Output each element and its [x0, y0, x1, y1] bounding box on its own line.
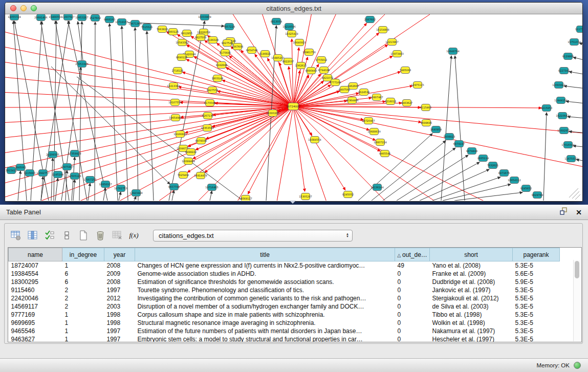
table-cell[interactable]: Tourette syndrome. Phenomenology and cla…: [135, 286, 395, 294]
network-node[interactable]: 9465546: [379, 150, 390, 157]
network-node[interactable]: 10654112: [508, 177, 520, 184]
network-node[interactable]: 10719155: [115, 19, 128, 26]
table-cell[interactable]: 0: [395, 327, 430, 335]
cells-button[interactable]: [59, 229, 73, 243]
table-cell[interactable]: 19384554: [9, 270, 62, 278]
table-cell[interactable]: Genome-wide association studies in ADHD.: [135, 270, 395, 278]
network-node[interactable]: 8215953: [541, 105, 552, 112]
network-node[interactable]: 2935114: [477, 155, 489, 162]
window-titlebar[interactable]: citations_edges.txt: [5, 3, 582, 14]
network-node[interactable]: 16210643: [556, 113, 569, 119]
network-node[interactable]: 9242848: [216, 62, 227, 69]
close-panel-icon[interactable]: ✕: [576, 209, 582, 216]
table-cell[interactable]: 5.9E-5: [513, 278, 560, 286]
network-node[interactable]: 15466554: [49, 14, 61, 20]
table-cell[interactable]: 5.3E-5: [513, 335, 560, 343]
table-cell[interactable]: 0: [395, 311, 430, 319]
table-cell[interactable]: 0: [395, 335, 430, 343]
table-row[interactable]: 1938455462009Genome-wide association stu…: [9, 270, 560, 278]
network-node[interactable]: 8170045: [204, 100, 215, 106]
network-node[interactable]: 9755812: [316, 57, 327, 63]
network-node[interactable]: 8813054: [271, 18, 282, 25]
network-node[interactable]: 14569117: [239, 195, 252, 201]
network-node[interactable]: 7625402: [178, 172, 189, 179]
table-cell[interactable]: 0: [395, 319, 430, 327]
network-node[interactable]: 16648794: [446, 48, 459, 55]
network-node[interactable]: 8878334: [195, 138, 207, 144]
table-cell[interactable]: 2008: [104, 278, 135, 286]
column-header-year[interactable]: year: [104, 248, 135, 261]
network-node[interactable]: 14671368: [128, 20, 141, 27]
network-canvas[interactable]: 1405572420691406154665541100754710653287…: [5, 14, 582, 201]
network-node[interactable]: 9829789: [532, 192, 543, 199]
network-node[interactable]: 19716485: [205, 184, 218, 191]
function-builder-button[interactable]: f(x): [127, 229, 141, 243]
table-cell[interactable]: 2: [62, 302, 104, 311]
table-row[interactable]: 946554611997Estimation of the future num…: [9, 327, 560, 335]
network-node[interactable]: 2087682: [364, 16, 376, 23]
network-node[interactable]: 8822037: [282, 58, 294, 65]
table-cell[interactable]: Wolkin et al. (1998): [430, 319, 513, 327]
network-node[interactable]: 7845061: [15, 164, 26, 171]
network-node[interactable]: 1117744: [575, 26, 582, 33]
network-node[interactable]: 18325419: [285, 31, 298, 37]
network-node[interactable]: 10975887: [60, 164, 73, 170]
table-cell[interactable]: Corpus callosum shape and size in male p…: [135, 311, 395, 319]
table-cell[interactable]: Disruption of a novel member of a sodium…: [135, 302, 395, 311]
table-cell[interactable]: 5.3E-5: [513, 319, 560, 327]
network-node[interactable]: 9129966: [562, 53, 574, 60]
select-all-button[interactable]: [42, 229, 56, 243]
network-node[interactable]: 20364486: [345, 97, 358, 104]
table-cell[interactable]: 5.3E-5: [513, 302, 560, 311]
table-cell[interactable]: 0: [395, 278, 430, 286]
table-cell[interactable]: 1: [62, 311, 104, 319]
network-node[interactable]: 7462660: [347, 83, 359, 90]
network-node[interactable]: 7663822: [157, 26, 168, 33]
table-cell[interactable]: Structural magnetic resonance image aver…: [135, 319, 395, 327]
network-node[interactable]: 7632621: [487, 162, 498, 169]
network-node[interactable]: 2803144: [212, 75, 223, 82]
network-node[interactable]: 9463627: [401, 100, 412, 106]
close-window-button[interactable]: [10, 5, 16, 11]
network-node[interactable]: 14055724: [8, 14, 20, 20]
table-cell[interactable]: 0: [395, 302, 430, 311]
table-cell[interactable]: Hescheler et al. (1997): [430, 335, 513, 343]
table-cell[interactable]: 2012: [104, 294, 135, 302]
column-header-name[interactable]: name: [9, 248, 62, 261]
table-cell[interactable]: Tibbo et al. (1998): [430, 311, 513, 319]
network-node[interactable]: 15751074: [568, 39, 580, 46]
network-node[interactable]: 8454743: [246, 47, 257, 54]
column-header-out-degree[interactable]: △out_de…: [395, 248, 430, 261]
column-header-short[interactable]: short: [430, 248, 513, 261]
table-cell[interactable]: 1997: [104, 286, 135, 294]
table-cell[interactable]: 9115460: [9, 286, 62, 294]
network-node[interactable]: 1115683: [24, 170, 35, 177]
network-node[interactable]: 13342757: [36, 170, 49, 177]
table-selector-dropdown[interactable]: citations_edges.txt ▲▼: [153, 230, 353, 242]
network-node[interactable]: 19654985: [169, 115, 182, 121]
table-cell[interactable]: 5.3E-5: [513, 327, 560, 335]
table-cell[interactable]: 2003: [104, 302, 135, 311]
table-cell[interactable]: 0: [395, 270, 430, 278]
table-row[interactable]: 1830029562008Estimation of significance …: [9, 278, 560, 286]
table-row[interactable]: 946362711997Embryonic stem cells: a mode…: [9, 335, 560, 343]
network-node[interactable]: 11007547: [61, 14, 74, 20]
network-node[interactable]: 9827548: [222, 40, 233, 47]
network-node[interactable]: 1624534: [358, 89, 369, 96]
minimize-window-button[interactable]: [20, 5, 27, 11]
network-node[interactable]: 20691406: [34, 14, 47, 21]
table-cell[interactable]: Stergiakouli et al. (2012): [430, 294, 513, 302]
network-node[interactable]: 19218596: [282, 24, 295, 30]
table-cell[interactable]: Nakamura et al. (1997): [430, 327, 513, 335]
column-header-title[interactable]: title: [135, 248, 395, 261]
table-row[interactable]: 2242004622012Investigating the contribut…: [9, 294, 560, 302]
table-row[interactable]: 911546021997Tourette syndrome. Phenomeno…: [9, 286, 560, 294]
network-node[interactable]: 9890443: [306, 68, 317, 74]
table-cell[interactable]: 1997: [104, 335, 135, 343]
network-node[interactable]: 8175685: [220, 50, 231, 56]
table-cell[interactable]: 22420046: [9, 294, 62, 302]
network-node[interactable]: 10688639: [367, 128, 380, 135]
network-node[interactable]: 2367608: [232, 43, 243, 50]
network-node[interactable]: 9860125: [167, 29, 179, 35]
network-node[interactable]: 14136144: [371, 184, 383, 191]
